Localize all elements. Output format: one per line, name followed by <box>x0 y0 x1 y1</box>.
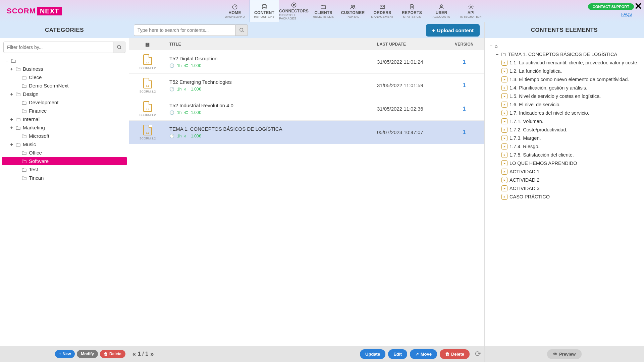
folder-microsoft[interactable]: Microsoft <box>2 132 127 140</box>
nav-orders[interactable]: ORDERSMANAGEMENT <box>368 0 397 22</box>
nav-sublabel: MANAGEMENT <box>371 15 394 18</box>
elements-root[interactable]: −⌂ <box>487 42 642 50</box>
element-item[interactable]: ▸ACTIVIDAD 2 <box>487 176 642 184</box>
element-item[interactable]: ▸1.5. Nivel de servicio y costes en logí… <box>487 92 642 100</box>
folder-office[interactable]: Office <box>2 148 127 157</box>
content-last-update: 31/05/2022 11:01:24 <box>377 59 444 65</box>
upload-content-button[interactable]: +Upload content <box>426 24 480 37</box>
categories-panel: CATEGORIES -+BusinessCleceDemo ScormNext… <box>0 22 129 362</box>
toggle-icon[interactable]: − <box>495 52 499 57</box>
nav-reports[interactable]: REPORTSSTATISTICS <box>397 0 427 22</box>
nav-user[interactable]: USERACCOUNTS <box>427 0 456 22</box>
edit-button[interactable]: Edit <box>388 349 407 359</box>
folder-label: Internal <box>23 116 40 122</box>
scorm-type-label: SCORM 1.2 <box>140 113 156 117</box>
nav-content[interactable]: CONTENTREPOSITORY <box>250 0 279 22</box>
element-item[interactable]: ▸1.7.3. Margen. <box>487 134 642 142</box>
element-item[interactable]: ▸LO QUE HEMOS APRENDIDO <box>487 159 642 167</box>
element-item[interactable]: ▸ACTIVIDAD 1 <box>487 167 642 176</box>
element-item[interactable]: ▸1.7.1. Volumen. <box>487 117 642 125</box>
folder-development[interactable]: Development <box>2 98 127 107</box>
folder-label: Software <box>29 158 49 164</box>
toggle-icon[interactable]: + <box>9 141 14 147</box>
toggle-icon[interactable]: − <box>489 43 493 49</box>
pager-first[interactable]: « <box>132 351 136 358</box>
folder-software[interactable]: Software <box>2 157 127 165</box>
folder-demo-scormnext[interactable]: Demo ScormNext <box>2 81 127 90</box>
grid-icon[interactable]: ▦ <box>129 42 166 47</box>
modify-folder-button[interactable]: Modify <box>77 350 98 358</box>
content-thumb: SCORM 1.2 <box>129 101 166 117</box>
element-item[interactable]: ▸1.4. Planificación, gestión y análisis. <box>487 83 642 92</box>
toggle-icon[interactable]: + <box>9 116 14 122</box>
folder-tincan[interactable]: Tincan <box>2 174 127 182</box>
sco-icon: ▸ <box>501 143 507 149</box>
content-thumb: SCORM 1.2 <box>129 78 166 93</box>
element-item[interactable]: ▸1.1. La actividad mercantil: cliente, p… <box>487 58 642 67</box>
content-thumb: SCORM 1.2 <box>129 54 166 70</box>
toggle-icon[interactable]: + <box>9 125 14 130</box>
element-item[interactable]: ▸1.7.5. Satisfacción del cliente. <box>487 150 642 159</box>
search-contents-button[interactable] <box>236 24 248 36</box>
elements-theme[interactable]: −TEMA 1. CONCEPTOS BÁSICOS DE LOGÍSTICA <box>487 50 642 58</box>
column-last-update[interactable]: LAST UPDATE <box>377 42 444 47</box>
nav-clients[interactable]: CLIENTSREMOTE LMS <box>309 0 338 22</box>
element-label: 1.7.3. Margen. <box>509 135 541 141</box>
scorm-file-icon <box>143 101 152 112</box>
column-version[interactable]: VERSION <box>444 42 484 47</box>
folder-marketing[interactable]: +Marketing <box>2 123 127 132</box>
content-duration: 1h <box>177 134 181 138</box>
element-item[interactable]: ▸ACTIVIDAD 3 <box>487 184 642 192</box>
content-row[interactable]: SCORM 1.2 T52 Industrial Revolution 4.0 … <box>129 97 484 121</box>
folder-test[interactable]: Test <box>2 165 127 174</box>
search-contents-input[interactable] <box>134 24 236 36</box>
nav-api[interactable]: APIINTEGRATION <box>456 0 486 22</box>
content-row[interactable]: SCORM 1.2 TEMA 1. CONCEPTOS BÁSICOS DE L… <box>129 121 484 144</box>
folder-music[interactable]: +Music <box>2 140 127 148</box>
close-icon[interactable]: ✕ <box>634 1 642 12</box>
element-item[interactable]: ▸1.7. Indicadores del nivel de servicio. <box>487 109 642 117</box>
element-item[interactable]: ▸1.6. El nivel de servicio. <box>487 100 642 109</box>
pager-last[interactable]: » <box>150 351 154 358</box>
filter-folders-input[interactable] <box>3 42 113 53</box>
nav-connectors[interactable]: PCONNECTORSDISPATCH PACKAGES <box>279 0 309 22</box>
element-item[interactable]: ▸1.2. La función logística. <box>487 67 642 75</box>
toggle-icon[interactable]: - <box>5 58 9 63</box>
element-item[interactable]: ▸CASO PRÁCTICO <box>487 192 642 201</box>
new-folder-button[interactable]: +New <box>55 350 75 358</box>
update-button[interactable]: Update <box>360 349 385 359</box>
refresh-icon[interactable]: ⟳ <box>475 350 481 358</box>
folder-label: Marketing <box>23 125 45 130</box>
move-button[interactable]: ↗Move <box>410 349 437 359</box>
folder-design[interactable]: +Design <box>2 90 127 98</box>
nav-home[interactable]: HOMEDASHBOARD <box>220 0 250 22</box>
delete-folder-button[interactable]: 🗑Delete <box>100 350 125 358</box>
element-item[interactable]: ▸1.3. El tiempo como nuevo elemento de c… <box>487 75 642 83</box>
element-label: 1.3. El tiempo como nuevo elemento de co… <box>509 77 629 82</box>
contents-footer: « 1 / 1 » Update Edit ↗Move 🗑Delete ⟳ <box>129 346 484 362</box>
toggle-icon[interactable]: + <box>9 91 14 97</box>
folder-label: Music <box>23 141 36 147</box>
contact-support-button[interactable]: CONTACT SUPPORT <box>588 3 634 10</box>
folder-clece[interactable]: Clece <box>2 73 127 81</box>
delete-content-button[interactable]: 🗑Delete <box>440 349 470 359</box>
preview-button[interactable]: 👁Preview <box>547 349 582 359</box>
folder-icon <box>15 125 21 130</box>
clock-icon: 🕐 <box>169 63 174 68</box>
toggle-icon[interactable]: + <box>9 66 14 72</box>
filter-search-button[interactable] <box>113 42 125 53</box>
element-item[interactable]: ▸1.7.4. Riesgo. <box>487 142 642 150</box>
nav-customer[interactable]: CUSTOMERPORTAL <box>338 0 368 22</box>
element-item[interactable]: ▸1.7.2. Coste/productividad. <box>487 125 642 134</box>
content-row[interactable]: SCORM 1.2 T52 Digital Disruption 🕐1h 🏷1.… <box>129 50 484 74</box>
content-row[interactable]: SCORM 1.2 T52 Emerging Technologies 🕐1h … <box>129 74 484 97</box>
folder-finance[interactable]: Finance <box>2 107 127 115</box>
folder-business[interactable]: +Business <box>2 65 127 73</box>
scorm-type-label: SCORM 1.2 <box>140 66 156 70</box>
folder-internal[interactable]: +Internal <box>2 115 127 123</box>
folder-icon <box>15 67 21 71</box>
faqs-link[interactable]: FAQS <box>588 12 632 17</box>
column-title[interactable]: TITLE <box>166 42 377 47</box>
folder-root[interactable]: - <box>2 56 127 65</box>
element-label: 1.6. El nivel de servicio. <box>509 102 560 107</box>
